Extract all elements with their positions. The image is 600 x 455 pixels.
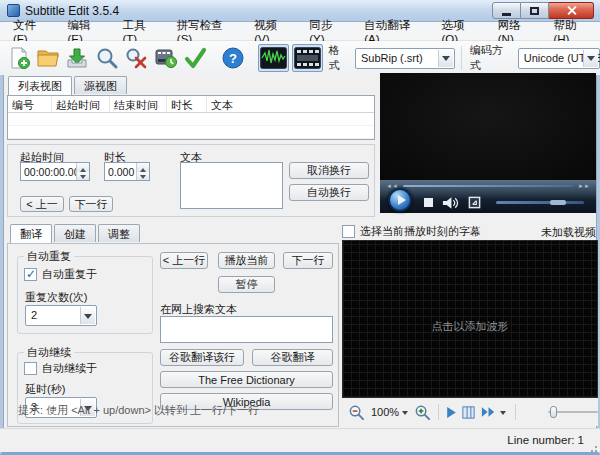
- column-duration[interactable]: 时长: [167, 96, 207, 112]
- subtitle-table[interactable]: 编号 起始时间 结束时间 时长 文本: [7, 95, 375, 140]
- table-header: 编号 起始时间 结束时间 时长 文本: [8, 96, 374, 113]
- wave-position-slider[interactable]: [548, 411, 598, 413]
- visual-sync-button[interactable]: [152, 44, 179, 72]
- waveform-toggle-button[interactable]: [258, 44, 289, 72]
- video-position-button[interactable]: [461, 405, 476, 420]
- slider-thumb[interactable]: [550, 406, 557, 418]
- waveform-icon: [260, 47, 287, 69]
- previous-line-button[interactable]: < 上一行: [160, 252, 208, 269]
- auto-break-button[interactable]: 自动换行: [289, 184, 369, 201]
- replace-button[interactable]: [123, 44, 150, 72]
- playback-controls: [380, 192, 596, 213]
- subtitle-text-input[interactable]: [180, 162, 283, 209]
- zoom-out-button[interactable]: [348, 404, 365, 421]
- tab-source-view[interactable]: 源视图: [74, 76, 127, 94]
- svg-text:?: ?: [229, 51, 237, 66]
- zoom-in-button[interactable]: [414, 404, 431, 421]
- playback-speed-button[interactable]: [480, 406, 497, 418]
- delay-label: 延时(秒): [25, 382, 65, 397]
- tab-adjust[interactable]: 调整: [98, 224, 140, 242]
- checkbox-unchecked-icon[interactable]: [24, 362, 37, 375]
- zoom-level-value[interactable]: 100%: [371, 406, 399, 418]
- unbreak-button[interactable]: 取消换行: [289, 162, 369, 179]
- seek-track[interactable]: [403, 185, 573, 187]
- spinner-arrows-icon[interactable]: [76, 163, 89, 180]
- start-time-spinner[interactable]: 00:00:00.000: [20, 162, 90, 181]
- help-icon: ?: [221, 46, 245, 70]
- stop-button[interactable]: [424, 198, 433, 207]
- auto-repeat-checkbox-label: 自动重复于: [42, 267, 97, 282]
- resize-grip-icon[interactable]: [595, 446, 597, 448]
- new-file-button[interactable]: [5, 44, 32, 72]
- chevron-down-icon: [80, 307, 95, 324]
- auto-repeat-checkbox[interactable]: 自动重复于: [24, 267, 97, 282]
- save-button[interactable]: [64, 44, 91, 72]
- waveform-section: 选择当前播放时刻的字幕 未加载视频 点击以添加波形 100%: [342, 222, 598, 428]
- column-end-time[interactable]: 结束时间: [110, 96, 167, 112]
- maximize-icon: [530, 7, 539, 15]
- view-tabs: 列表视图 源视图: [5, 76, 377, 95]
- waveform-hint-label: 点击以添加波形: [343, 319, 597, 334]
- previous-line-button[interactable]: < 上一: [20, 196, 64, 212]
- next-line-button[interactable]: 下一行: [69, 196, 113, 212]
- translate-tab-content: 自动重复 自动重复于 重复次数(次) 2 自动继续 自动继续于 延时(秒): [7, 243, 339, 427]
- wave-play-button[interactable]: [446, 406, 457, 419]
- volume-icon[interactable]: [442, 196, 459, 210]
- pause-button[interactable]: 暂停: [218, 276, 275, 293]
- help-button[interactable]: ?: [220, 44, 247, 72]
- seek-bar[interactable]: ◄◄ ►►: [380, 180, 596, 192]
- encoding-label: 编码方式: [470, 43, 513, 73]
- mode-tabs: 翻译 创建 调整: [7, 224, 339, 243]
- next-line-button[interactable]: 下一行: [283, 252, 333, 269]
- waveform-canvas[interactable]: 点击以添加波形: [342, 240, 598, 398]
- find-button[interactable]: [93, 44, 120, 72]
- video-controls-bar: ◄◄ ►►: [380, 180, 596, 213]
- tab-create[interactable]: 创建: [54, 224, 96, 242]
- video-toggle-button[interactable]: [292, 44, 323, 72]
- column-start-time[interactable]: 起始时间: [52, 96, 110, 112]
- column-text[interactable]: 文本: [207, 96, 374, 112]
- video-screen[interactable]: [380, 73, 596, 180]
- repeat-count-value: 2: [31, 309, 37, 321]
- chevron-down-icon[interactable]: [500, 411, 506, 418]
- checkbox-checked-icon[interactable]: [24, 268, 37, 281]
- fullscreen-icon[interactable]: [468, 196, 481, 209]
- play-current-button[interactable]: 播放当前: [218, 252, 275, 269]
- chevron-down-icon: [583, 50, 598, 67]
- duration-spinner[interactable]: 0.000: [104, 162, 150, 181]
- encoding-select[interactable]: Unicode (UTF-8): [518, 48, 600, 69]
- chevron-down-icon[interactable]: [402, 411, 408, 418]
- tab-list-view[interactable]: 列表视图: [8, 76, 72, 95]
- open-file-button[interactable]: [34, 44, 61, 72]
- shortcut-hint: 提示: 使用 <Alt + up/down> 以转到 上一行/下一行: [18, 403, 259, 418]
- spinner-arrows-icon[interactable]: [136, 163, 149, 180]
- spell-check-button[interactable]: [181, 44, 208, 72]
- duration-value: 0.000: [108, 166, 134, 178]
- auto-repeat-group: 自动重复 自动重复于 重复次数(次) 2: [17, 256, 153, 334]
- play-button[interactable]: [388, 188, 412, 212]
- google-translate-line-button[interactable]: 谷歌翻译该行: [160, 349, 244, 366]
- tab-translate[interactable]: 翻译: [10, 224, 52, 243]
- app-window: Subtitle Edit 3.5.4 文件(F) 编辑(E) 工具(T) 拼写…: [0, 0, 600, 455]
- auto-continue-checkbox[interactable]: 自动继续于: [24, 361, 97, 376]
- save-icon: [65, 46, 89, 70]
- auto-continue-checkbox-label: 自动继续于: [42, 361, 97, 376]
- checkbox-unchecked-icon[interactable]: [342, 225, 355, 238]
- search-text-input[interactable]: [160, 316, 333, 343]
- fast-forward-icon[interactable]: ►►: [578, 183, 590, 189]
- google-translate-button[interactable]: 谷歌翻译: [252, 349, 333, 366]
- find-replace-icon: [124, 46, 148, 70]
- auto-continue-group-title: 自动继续: [24, 345, 74, 360]
- format-label: 格式: [328, 43, 350, 73]
- search-icon: [95, 46, 119, 70]
- video-player: ◄◄ ►►: [380, 73, 596, 213]
- column-number[interactable]: 编号: [8, 96, 52, 112]
- format-select[interactable]: SubRip (.srt): [355, 48, 455, 69]
- repeat-count-select[interactable]: 2: [25, 305, 97, 326]
- volume-slider[interactable]: [496, 201, 584, 204]
- edit-panel: 起始时间 00:00:00.000 时长 0.000 文本 取消换行 自动换行 …: [7, 144, 375, 217]
- free-dictionary-button[interactable]: The Free Dictionary: [160, 371, 333, 388]
- select-current-subtitle-checkbox[interactable]: 选择当前播放时刻的字幕: [342, 224, 481, 239]
- volume-thumb[interactable]: [550, 200, 566, 205]
- filmstrip-icon: [294, 47, 321, 69]
